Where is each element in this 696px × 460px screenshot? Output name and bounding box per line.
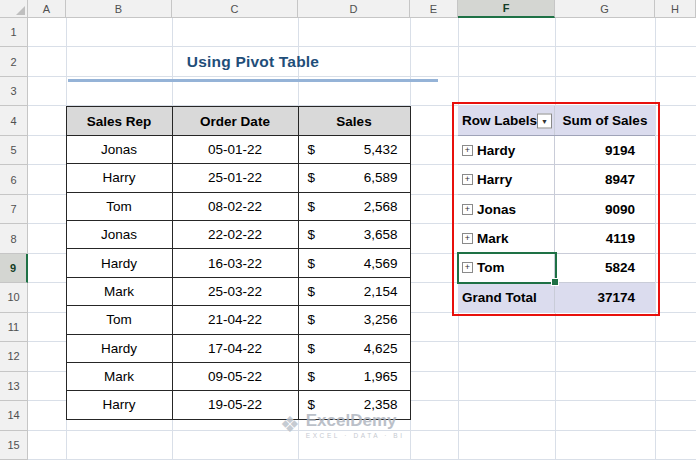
pivot-header-sum-of-sales[interactable]: Sum of Sales: [555, 106, 655, 134]
expand-icon[interactable]: +: [462, 262, 473, 273]
sales-data-table: Sales Rep Order Date Sales Jonas 05-01-2…: [66, 106, 411, 419]
cell-sales-rep[interactable]: Tom: [66, 192, 172, 220]
expand-icon[interactable]: +: [462, 145, 473, 156]
currency-symbol: $: [308, 199, 316, 214]
cell-sales-rep[interactable]: Harry: [66, 391, 172, 419]
table-row: Hardy 17-04-22 $4,625: [66, 334, 410, 362]
row-header-13[interactable]: 13: [0, 372, 28, 401]
pivot-row-value[interactable]: 9194: [555, 136, 655, 164]
cell-order-date[interactable]: 21-04-22: [172, 306, 298, 334]
sales-amount: 3,256: [364, 312, 398, 327]
row-header-5[interactable]: 5: [0, 136, 28, 165]
cell-sales-rep[interactable]: Hardy: [66, 249, 172, 277]
table-row: Mark 09-05-22 $1,965: [66, 362, 410, 390]
table-row: Hardy 16-03-22 $4,569: [66, 249, 410, 277]
table-row: Jonas 22-02-22 $3,658: [66, 220, 410, 248]
row-header-14[interactable]: 14: [0, 401, 28, 430]
pivot-row-value[interactable]: 8947: [555, 165, 655, 193]
currency-symbol: $: [308, 170, 316, 185]
grand-total-text: Grand Total: [462, 290, 537, 305]
pivot-row-label[interactable]: +Mark: [458, 224, 555, 252]
cell-order-date[interactable]: 05-01-22: [172, 135, 298, 163]
filter-dropdown-icon[interactable]: ▼: [537, 113, 552, 128]
select-all-corner[interactable]: [0, 0, 28, 18]
expand-icon[interactable]: +: [462, 204, 473, 215]
cell-sales[interactable]: $3,658: [298, 220, 410, 248]
cell-order-date[interactable]: 25-03-22: [172, 277, 298, 305]
cell-order-date[interactable]: 25-01-22: [172, 164, 298, 192]
currency-symbol: $: [308, 256, 316, 271]
pivot-row-value[interactable]: 5824: [555, 254, 655, 282]
currency-symbol: $: [308, 341, 316, 356]
pivot-row: +Jonas 9090: [458, 195, 655, 224]
sales-amount: 2,358: [364, 397, 398, 412]
pivot-label-text: Hardy: [477, 143, 515, 158]
cell-order-date[interactable]: 22-02-22: [172, 220, 298, 248]
expand-icon[interactable]: +: [462, 174, 473, 185]
cell-sales[interactable]: $2,358: [298, 391, 410, 419]
column-header-h[interactable]: H: [655, 0, 696, 18]
grand-total-label[interactable]: Grand Total: [458, 283, 555, 312]
header-order-date[interactable]: Order Date: [172, 107, 298, 135]
sales-amount: 4,625: [364, 341, 398, 356]
row-header-2[interactable]: 2: [0, 47, 28, 76]
grand-total-value[interactable]: 37174: [555, 283, 655, 312]
cell-sales-rep[interactable]: Jonas: [66, 135, 172, 163]
cell-order-date[interactable]: 17-04-22: [172, 334, 298, 362]
gridline-g-h: [655, 18, 656, 460]
row-header-6[interactable]: 6: [0, 165, 28, 194]
expand-icon[interactable]: +: [462, 233, 473, 244]
sales-amount: 4,569: [364, 256, 398, 271]
cell-sales[interactable]: $4,569: [298, 249, 410, 277]
row-header-4[interactable]: 4: [0, 106, 28, 135]
row-header-9-selected[interactable]: 9: [0, 254, 28, 283]
row-header-1[interactable]: 1: [0, 18, 28, 47]
cell-sales[interactable]: $1,965: [298, 362, 410, 390]
column-header-d[interactable]: D: [298, 0, 410, 18]
pivot-row-label[interactable]: +Hardy: [458, 136, 555, 164]
cell-sales[interactable]: $6,589: [298, 164, 410, 192]
column-header-b[interactable]: B: [66, 0, 172, 18]
pivot-row-label[interactable]: +Jonas: [458, 195, 555, 223]
column-header-a[interactable]: A: [28, 0, 66, 18]
cell-sales-rep[interactable]: Jonas: [66, 220, 172, 248]
pivot-row-value[interactable]: 4119: [555, 224, 655, 252]
cell-sales-rep[interactable]: Mark: [66, 277, 172, 305]
cell-sales[interactable]: $2,568: [298, 192, 410, 220]
column-header-c[interactable]: C: [172, 0, 298, 18]
cell-sales[interactable]: $4,625: [298, 334, 410, 362]
pivot-row-value[interactable]: 9090: [555, 195, 655, 223]
cell-sales-rep[interactable]: Hardy: [66, 334, 172, 362]
cell-sales[interactable]: $3,256: [298, 306, 410, 334]
row-header-12[interactable]: 12: [0, 342, 28, 371]
header-sales[interactable]: Sales: [298, 107, 410, 135]
pivot-row-label[interactable]: +Harry: [458, 165, 555, 193]
row-header-7[interactable]: 7: [0, 195, 28, 224]
cell-sales[interactable]: $5,432: [298, 135, 410, 163]
cell-order-date[interactable]: 09-05-22: [172, 362, 298, 390]
row-header-8[interactable]: 8: [0, 224, 28, 253]
pivot-header-row-labels[interactable]: Row Labels ▼: [458, 106, 555, 134]
sales-amount: 2,154: [364, 284, 398, 299]
header-sales-rep[interactable]: Sales Rep: [66, 107, 172, 135]
row-header-3[interactable]: 3: [0, 77, 28, 106]
cell-order-date[interactable]: 16-03-22: [172, 249, 298, 277]
row-header-10[interactable]: 10: [0, 283, 28, 312]
cell-sales[interactable]: $2,154: [298, 277, 410, 305]
sheet-title[interactable]: Using Pivot Table: [66, 48, 440, 77]
cell-sales-rep[interactable]: Tom: [66, 306, 172, 334]
column-header-e[interactable]: E: [410, 0, 458, 18]
cell-order-date[interactable]: 08-02-22: [172, 192, 298, 220]
pivot-label-text: Harry: [477, 172, 512, 187]
title-underline: [68, 79, 438, 82]
column-header-g[interactable]: G: [555, 0, 655, 18]
pivot-row-label[interactable]: +Tom: [458, 254, 555, 282]
sales-amount: 3,658: [364, 227, 398, 242]
row-header-11[interactable]: 11: [0, 313, 28, 342]
cell-sales-rep[interactable]: Mark: [66, 362, 172, 390]
cell-sales-rep[interactable]: Harry: [66, 164, 172, 192]
column-header-f-selected[interactable]: F: [458, 0, 555, 18]
row-header-15[interactable]: 15: [0, 431, 28, 460]
cell-order-date[interactable]: 19-05-22: [172, 391, 298, 419]
sales-amount: 1,965: [364, 369, 398, 384]
